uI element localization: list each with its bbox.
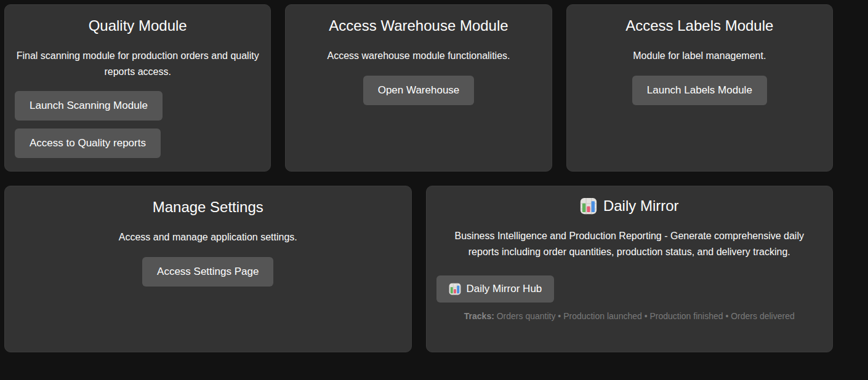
daily-mirror-hub-label: Daily Mirror Hub bbox=[467, 283, 542, 295]
quality-buttons-group: Launch Scanning Module Access to Quality… bbox=[15, 91, 260, 158]
access-settings-page-button[interactable]: Access Settings Page bbox=[142, 257, 273, 287]
card-title: Access Warehouse Module bbox=[295, 17, 541, 34]
card-title: Manage Settings bbox=[15, 199, 401, 216]
tracks-list: Orders quantity • Production launched • … bbox=[497, 311, 795, 321]
access-quality-reports-button[interactable]: Access to Quality reports bbox=[15, 129, 161, 158]
card-description: Final scanning module for production ord… bbox=[15, 48, 260, 81]
launch-labels-module-button[interactable]: Launch Labels Module bbox=[632, 76, 767, 105]
dashboard: Quality Module Final scanning module for… bbox=[4, 0, 833, 352]
launch-scanning-module-button[interactable]: Launch Scanning Module bbox=[15, 91, 163, 121]
card-description: Business Intelligence and Production Rep… bbox=[444, 228, 814, 261]
quality-module-card: Quality Module Final scanning module for… bbox=[4, 4, 271, 172]
manage-settings-card: Manage Settings Access and manage applic… bbox=[4, 186, 412, 352]
open-warehouse-button[interactable]: Open Warehouse bbox=[363, 76, 475, 105]
bottom-row: Manage Settings Access and manage applic… bbox=[4, 186, 833, 352]
bar-chart-icon bbox=[580, 197, 597, 215]
daily-mirror-hub-button[interactable]: Daily Mirror Hub bbox=[436, 275, 555, 303]
tracks-footer: Tracks: Orders quantity • Production lau… bbox=[436, 311, 823, 321]
card-description: Access and manage application settings. bbox=[15, 229, 401, 245]
card-description: Access warehouse module functionalities. bbox=[295, 48, 541, 64]
labels-module-card: Access Labels Module Module for label ma… bbox=[566, 4, 833, 172]
tracks-label: Tracks: bbox=[464, 311, 494, 321]
daily-mirror-card: Daily Mirror Business Intelligence and P… bbox=[426, 186, 834, 352]
top-row: Quality Module Final scanning module for… bbox=[4, 4, 833, 172]
bar-chart-icon bbox=[449, 283, 461, 295]
warehouse-module-card: Access Warehouse Module Access warehouse… bbox=[285, 4, 552, 172]
card-title: Quality Module bbox=[15, 17, 260, 34]
card-title: Access Labels Module bbox=[577, 17, 822, 34]
card-title: Daily Mirror bbox=[603, 197, 679, 215]
card-description: Module for label management. bbox=[577, 48, 822, 64]
